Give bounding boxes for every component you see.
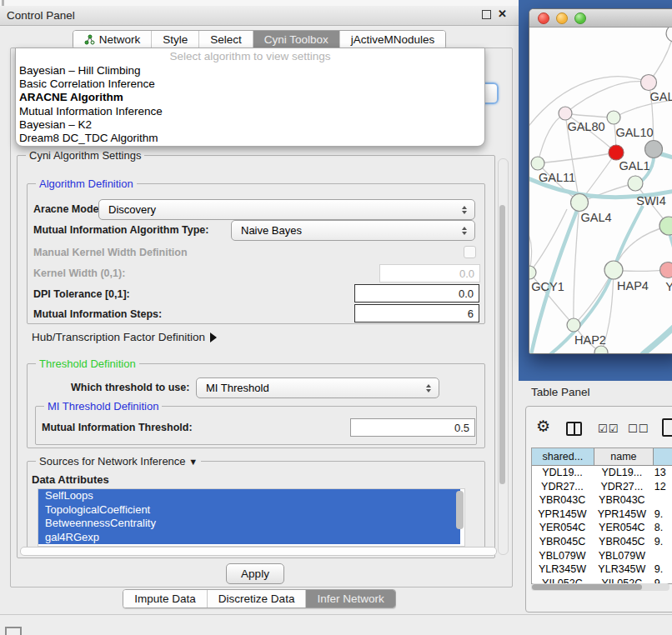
tab-network[interactable]: Network [73,31,152,48]
tab-discretize-data[interactable]: Discretize Data [207,590,306,608]
table-cell: YLR345W [532,562,593,577]
dpi-tolerance-field[interactable]: 0.0 [354,284,479,302]
table-horizontal-scrollbar[interactable] [531,583,669,591]
network-node[interactable] [559,107,572,120]
unchecked-boxes-icon[interactable]: ☐☐ [628,422,649,435]
mi-threshold-field[interactable]: 0.5 [350,418,475,437]
network-node[interactable] [594,346,608,353]
table-body: YDL19...YDL19...13YDR27...YDR27...12YBR0… [532,466,672,583]
network-node[interactable] [659,217,672,235]
minimize-traffic-light[interactable] [556,12,568,24]
hub-definition-toggle[interactable]: Hub/Transcription Factor Definition [32,331,217,343]
tab-impute-data[interactable]: Impute Data [123,590,207,608]
network-node[interactable] [666,28,672,42]
mi-steps-label: Mutual Information Steps: [33,308,162,320]
tab-style[interactable]: Style [151,31,198,48]
apply-button[interactable]: Apply [226,563,284,584]
sources-title[interactable]: Sources for Network Inference ▼ [36,455,201,468]
table-row[interactable]: YLR345WYLR345W9. [532,562,672,577]
network-node[interactable] [607,111,620,124]
combo-arrows-icon [458,206,474,214]
network-node-label: GAL1 [619,159,649,172]
table-row[interactable]: YDL19...YDL19...13 [532,466,672,480]
algorithm-option[interactable]: Mutual Information Inference [16,105,484,118]
bottom-strip [0,614,672,635]
table-row[interactable]: YPR145WYPR145W9. [532,508,672,522]
scrollbar-thumb[interactable] [532,584,642,590]
column-view-icon[interactable] [566,422,582,436]
gear-icon[interactable]: ⚙ [536,417,550,436]
attribute-item[interactable]: BetweennessCentrality [38,517,460,531]
network-node[interactable] [529,266,536,279]
float-window-icon[interactable] [482,10,491,19]
table-cell: YDL19... [593,466,651,480]
network-icon [84,34,95,45]
list-scrollbar[interactable] [456,491,464,529]
tab-jactivemnodules[interactable]: jActiveMNodules [339,31,446,48]
network-node[interactable] [641,75,657,91]
which-threshold-select[interactable]: MI Threshold [196,378,439,398]
checked-boxes-icon[interactable]: ☑☑ [598,422,619,435]
horizontal-scrollbar[interactable] [20,547,497,556]
column-header[interactable]: shared... [532,448,594,466]
network-node[interactable] [645,141,663,158]
table-cell: 9. [651,508,672,522]
tab-bar: Network Style Select Cyni Toolbox jActiv… [0,30,519,49]
network-node-label: Y [665,280,672,293]
tab-select[interactable]: Select [198,31,253,48]
tab-label: Network [99,31,141,48]
network-node[interactable] [609,145,624,160]
network-node[interactable] [571,194,589,212]
zoom-traffic-light[interactable] [574,12,586,24]
mi-algorithm-type-select[interactable]: Naive Bayes [231,220,475,241]
algorithm-dropdown: Select algorithm to view settings Bayesi… [15,48,485,147]
network-window-titlebar[interactable] [529,9,672,28]
close-traffic-light[interactable] [538,12,549,24]
control-panel: Control Panel ✕ Network Style Select Cyn… [0,0,519,614]
scrollbar-thumb[interactable] [499,205,505,484]
table-row[interactable]: YIL052CYIL052C9 [532,577,672,583]
algorithm-option[interactable]: Basic Correlation Inference [16,78,484,91]
mi-steps-field[interactable]: 6 [354,304,479,322]
algorithm-option[interactable]: Dream8 DC_TDC Algorithm [16,132,484,145]
settings-scrollbar[interactable] [498,158,509,555]
table-cell: YDR27... [532,480,593,494]
network-node-label: HAP4 [617,279,649,292]
node-table: shared... name YDL19...YDL19...13YDR27..… [531,448,672,584]
network-view[interactable]: GALGAL80GAL10GAL1GAL11SWI4GAL4GCY1HAP4YH… [529,28,672,353]
document-icon[interactable] [662,418,672,437]
attribute-item[interactable]: TopologicalCoefficient [38,503,460,518]
table-row[interactable]: YER054CYER054C8. [532,521,672,535]
table-row[interactable]: YBR045CYBR045C9. [532,535,672,549]
network-node[interactable] [628,176,643,191]
tab-infer-network[interactable]: Infer Network [305,590,394,608]
network-node[interactable] [567,318,580,332]
table-panel-title: Table Panel [531,386,590,398]
table-row[interactable]: YBL079WYBL079W [532,549,672,563]
table-cell [651,549,672,563]
network-node-label: GCY1 [531,280,564,293]
table-cell: 13 [651,466,672,480]
network-node[interactable] [604,261,623,279]
column-header[interactable]: name [594,448,654,466]
attribute-item[interactable]: gal4RGexp [38,531,460,545]
network-node[interactable] [660,262,672,278]
algorithm-option[interactable]: Bayesian – Hill Climbing [16,64,484,78]
tab-cyni-toolbox[interactable]: Cyni Toolbox [253,31,339,48]
algorithm-option[interactable]: Bayesian – K2 [16,118,484,132]
table-row[interactable]: YBR043CYBR043C [532,493,672,508]
kernel-width-field[interactable]: 0.0 [379,264,480,282]
control-panel-titlebar: Control Panel ✕ [0,6,519,26]
close-icon[interactable]: ✕ [498,8,507,20]
table-row[interactable]: YDR27...YDR27...12 [532,480,672,494]
manual-kernel-checkbox[interactable] [464,246,476,258]
aracne-mode-select[interactable]: Discovery [98,199,475,220]
attribute-item[interactable]: SelfLoops [38,489,460,503]
network-node[interactable] [531,157,544,170]
column-header[interactable] [654,448,672,466]
table-cell: 9 [651,577,672,583]
network-node-label: HAP2 [574,333,606,347]
algorithm-option[interactable]: ARACNE Algorithm [16,91,484,104]
partial-panel-icon[interactable] [5,627,22,635]
data-attributes-list[interactable]: SelfLoopsTopologicalCoefficientBetweenne… [38,488,465,547]
